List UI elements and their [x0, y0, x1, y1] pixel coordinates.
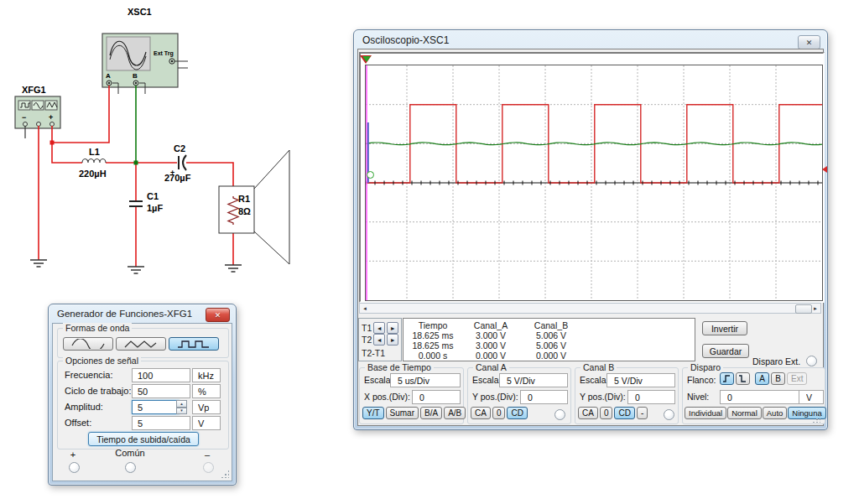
speaker-r1[interactable]: R1 8Ω	[219, 150, 289, 264]
channel-b-ac-button[interactable]: CA	[578, 407, 598, 419]
close-icon[interactable]: ✕	[798, 35, 820, 49]
channel-b-zero-button[interactable]: 0	[600, 407, 613, 419]
trigger-source-b-button[interactable]: B	[771, 372, 785, 385]
duty-cycle-unit-field[interactable]	[192, 384, 221, 398]
triangle-wave-button[interactable]	[116, 337, 166, 351]
trigger-single-button[interactable]: Individual	[685, 407, 726, 419]
trigger-normal-button[interactable]: Normal	[727, 407, 762, 419]
scope-traces	[366, 65, 822, 300]
timebase-xpos-field[interactable]	[412, 390, 461, 404]
minus-terminal-radio[interactable]	[203, 462, 214, 473]
oscilloscope-titlebar[interactable]: Osciloscopio-XSC1 ✕	[354, 30, 827, 49]
add-mode-button[interactable]: Sumar	[386, 407, 419, 419]
scrollbar-thumb[interactable]	[795, 304, 812, 314]
plus-terminal-radio[interactable]	[69, 462, 80, 473]
amplitude-field[interactable]	[132, 400, 180, 414]
scope-horizontal-scrollbar[interactable]: ◄ ►	[359, 303, 821, 314]
ext-trigger-radio[interactable]	[806, 356, 817, 366]
trigger-title: Disparo	[688, 362, 723, 372]
close-icon[interactable]: ✕	[206, 308, 230, 322]
falling-edge-icon[interactable]	[736, 372, 750, 385]
duty-cycle-field[interactable]	[132, 384, 190, 398]
trigger-level-field[interactable]	[720, 390, 800, 404]
channel-b-ypos-field[interactable]	[627, 390, 675, 404]
scroll-right-icon[interactable]: ►	[810, 304, 820, 313]
funcgen-titlebar[interactable]: Generador de Funciones-XFG1 ✕	[49, 304, 236, 323]
capacitor-c1[interactable]: C1 1µF	[129, 191, 163, 213]
square-wave-button[interactable]	[169, 337, 219, 351]
wire-xfg-plus	[52, 126, 82, 163]
oscilloscope-content: ◄ ► T1 ◄ ► T2 ◄ ► T2-T1 Tiempo Canal_A	[357, 49, 824, 426]
ba-mode-button[interactable]: B/A	[420, 407, 442, 419]
measurement-readout: Tiempo Canal_A Canal_B 18.625 ms 3.000 V…	[403, 318, 695, 361]
duty-cycle-label: Ciclo de trabajo:	[65, 386, 132, 396]
oscilloscope-window-title: Osciloscopio-XSC1	[362, 34, 449, 46]
function-generator-symbol-xfg1[interactable]: XFG1 − +	[15, 85, 60, 128]
waveforms-title: Formas de onda	[63, 323, 132, 333]
rising-edge-icon[interactable]	[720, 372, 734, 385]
ch-a-label: A	[106, 72, 111, 80]
scope-screen-bezel	[359, 52, 825, 303]
channel-b-radio[interactable]	[664, 409, 674, 420]
channel-b-scale-field[interactable]	[607, 373, 675, 387]
speaker-cone	[254, 150, 289, 264]
t2-left-arrow-button[interactable]: ◄	[373, 334, 385, 346]
yt-mode-button[interactable]: Y/T	[362, 407, 384, 419]
trigger-level-unit-field[interactable]	[799, 390, 824, 404]
rise-fall-time-button[interactable]: Tiempo de subida/caída	[88, 432, 199, 446]
timebase-scale-field[interactable]	[390, 373, 461, 387]
trigger-auto-button[interactable]: Auto	[763, 407, 788, 419]
readout-cell: 5.006 V	[521, 330, 581, 340]
spin-down-icon[interactable]: ▼	[176, 408, 187, 415]
sine-wave-button[interactable]	[63, 337, 113, 351]
save-button[interactable]: Guardar	[702, 344, 749, 358]
common-terminal-radio[interactable]	[125, 462, 136, 473]
t1-right-arrow-button[interactable]: ►	[387, 322, 398, 334]
offset-field[interactable]	[132, 416, 190, 430]
t1-left-arrow-button[interactable]: ◄	[373, 322, 385, 334]
spin-up-icon[interactable]: ▲	[176, 400, 187, 408]
trigger-source-ext-button[interactable]: Ext	[787, 372, 807, 385]
timebase-title: Base de Tiempo	[365, 362, 434, 372]
oscilloscope-symbol-xsc1[interactable]: XSC1 Ext Trg A B	[102, 7, 188, 94]
readout-header: Canal_B	[521, 320, 581, 330]
channel-a-reference-icon[interactable]	[822, 166, 827, 173]
trigger-edge-label: Flanco:	[687, 375, 716, 385]
amplitude-label: Amplitud:	[65, 402, 103, 412]
circuit-schematic: XSC1 Ext Trg A B XFG1 − +	[0, 0, 352, 289]
signal-options-group: Opciones de señal Frecuencia: Ciclo de t…	[57, 361, 229, 449]
channel-a-scale-field[interactable]	[499, 373, 568, 387]
scroll-left-icon[interactable]: ◄	[360, 304, 370, 313]
channel-a-dc-button[interactable]: CD	[507, 407, 527, 419]
channel-b-minus-button[interactable]: -	[637, 407, 648, 419]
channel-b-reference-icon[interactable]	[367, 171, 374, 179]
frequency-field[interactable]	[132, 368, 190, 382]
frequency-unit-field[interactable]	[192, 368, 221, 382]
amplitude-stepper[interactable]: ▲ ▼	[176, 400, 187, 414]
l1-value: 220µH	[79, 169, 107, 179]
timebase-group: Base de Tiempo Escala: X pos.(Div): Y/T …	[359, 367, 464, 424]
amplitude-unit-field[interactable]	[192, 400, 221, 414]
invert-button[interactable]: Invertir	[702, 321, 747, 335]
channel-a-ac-button[interactable]: CA	[471, 407, 491, 419]
channel-a-radio[interactable]	[554, 409, 565, 420]
square-icon	[175, 339, 212, 349]
r1-value: 8Ω	[238, 206, 251, 216]
channel-b-dc-button[interactable]: CD	[614, 407, 634, 419]
inductor-l1[interactable]: L1 220µH	[79, 147, 107, 179]
trigger-source-a-button[interactable]: A	[755, 372, 769, 385]
t2-right-arrow-button[interactable]: ►	[387, 334, 398, 346]
ab-mode-button[interactable]: A/B	[444, 407, 466, 419]
channel-a-group: Canal A Escala: Y pos.(Div): CA 0 CD	[467, 367, 571, 424]
funcgen-window-title: Generador de Funciones-XFG1	[57, 309, 192, 319]
c1-value: 1µF	[147, 203, 163, 213]
resize-grip-icon[interactable]	[221, 470, 229, 478]
channel-a-ypos-field[interactable]	[520, 390, 568, 404]
channel-a-zero-button[interactable]: 0	[492, 407, 506, 419]
cursor-t2-handle-icon[interactable]	[362, 56, 371, 62]
readout-header: Tiempo	[405, 320, 461, 330]
scope-plot-area[interactable]	[365, 65, 823, 301]
triangle-icon	[122, 339, 159, 349]
offset-unit-field[interactable]	[192, 416, 221, 430]
offset-label: Offset:	[65, 418, 91, 428]
